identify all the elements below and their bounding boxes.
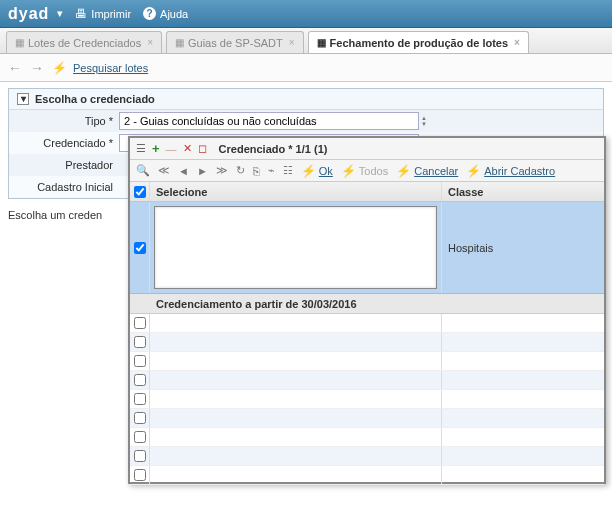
grid-row[interactable] <box>130 352 604 371</box>
help-icon: ? <box>143 7 156 20</box>
row-checkbox[interactable] <box>134 469 146 481</box>
stop-icon[interactable]: ◻ <box>198 142 207 155</box>
next-icon[interactable]: ► <box>197 165 208 177</box>
abrir-cadastro-action[interactable]: ⚡Abrir Cadastro <box>466 164 555 178</box>
bolt-icon: ⚡ <box>466 164 481 178</box>
credenciado-popup: ☰ + — ✕ ◻ Credenciado * 1/1 (1) 🔍 ≪ ◄ ► … <box>128 136 606 484</box>
tab-label: Guias de SP-SADT <box>188 37 283 49</box>
copy-icon[interactable]: ⎘ <box>253 165 260 177</box>
popup-title: Credenciado * 1/1 (1) <box>219 143 328 155</box>
selecione-editor[interactable] <box>154 206 437 289</box>
row-checkbox[interactable] <box>134 355 146 367</box>
tab-label: Lotes de Credenciados <box>28 37 141 49</box>
search-lotes-link[interactable]: Pesquisar lotes <box>73 62 148 74</box>
info-row: Credenciamento a partir de 30/03/2016 <box>130 294 604 314</box>
tab-icon: ▦ <box>317 37 326 48</box>
nav-back-icon[interactable]: ← <box>8 60 22 76</box>
label-tipo: Tipo * <box>9 115 119 127</box>
tab-lotes-credenciados[interactable]: ▦ Lotes de Credenciados × <box>6 31 162 53</box>
prev-icon[interactable]: ◄ <box>178 165 189 177</box>
row-checkbox[interactable] <box>134 393 146 405</box>
col-classe-header[interactable]: Classe <box>442 182 604 201</box>
row-checkbox[interactable] <box>134 374 146 386</box>
delete-icon[interactable]: ✕ <box>183 142 192 155</box>
grid-selected-row[interactable]: Hospitais <box>130 202 604 294</box>
bolt-icon: ⚡ <box>301 164 316 178</box>
panel-header: ▾ Escolha o credenciado <box>9 89 603 110</box>
list-icon[interactable]: ☰ <box>136 142 146 155</box>
grid-row[interactable] <box>130 371 604 390</box>
col-selecione-header[interactable]: Selecione <box>150 182 442 201</box>
tab-label: Fechamento de produção de lotes <box>330 37 508 49</box>
help-label: Ajuda <box>160 8 188 20</box>
label-credenciado: Credenciado * <box>9 137 119 149</box>
row-checkbox[interactable] <box>134 336 146 348</box>
nav-forward-icon[interactable]: → <box>30 60 44 76</box>
ok-label: Ok <box>319 165 333 177</box>
label-prestador: Prestador <box>9 159 119 171</box>
row-checkbox[interactable] <box>134 317 146 329</box>
row-checkbox[interactable] <box>134 431 146 443</box>
tab-strip: ▦ Lotes de Credenciados × ▦ Guias de SP-… <box>0 28 612 54</box>
bolt-icon: ⚡ <box>396 164 411 178</box>
panel-collapse-icon[interactable]: ▾ <box>17 93 29 105</box>
tree-icon[interactable]: ☷ <box>283 164 293 177</box>
app-logo: dyad <box>8 5 49 23</box>
logo-dropdown-icon[interactable]: ▾ <box>57 7 63 20</box>
row-checkbox[interactable] <box>134 412 146 424</box>
refresh-icon[interactable]: ↻ <box>236 164 245 177</box>
popup-toolbar-1: ☰ + — ✕ ◻ Credenciado * 1/1 (1) <box>130 138 604 160</box>
last-icon[interactable]: ≫ <box>216 164 228 177</box>
app-topbar: dyad ▾ 🖶 Imprimir ? Ajuda <box>0 0 612 28</box>
panel-title: Escolha o credenciado <box>35 93 155 105</box>
tipo-spinner[interactable]: ▲▼ <box>421 115 427 127</box>
label-cadastro-inicial: Cadastro Inicial <box>9 181 119 193</box>
print-button[interactable]: 🖶 Imprimir <box>75 7 131 21</box>
grid-row[interactable] <box>130 314 604 333</box>
key-icon[interactable]: ⌁ <box>268 164 275 177</box>
grid-row[interactable] <box>130 466 604 485</box>
print-icon: 🖶 <box>75 7 87 21</box>
print-label: Imprimir <box>91 8 131 20</box>
tab-icon: ▦ <box>175 37 184 48</box>
row-checkbox[interactable] <box>134 450 146 462</box>
popup-toolbar-2: 🔍 ≪ ◄ ► ≫ ↻ ⎘ ⌁ ☷ ⚡Ok ⚡Todos ⚡Cancelar ⚡… <box>130 160 604 182</box>
page-toolbar: ← → ⚡ Pesquisar lotes <box>0 54 612 82</box>
todos-action[interactable]: ⚡Todos <box>341 164 388 178</box>
cancelar-action[interactable]: ⚡Cancelar <box>396 164 458 178</box>
header-checkbox-cell <box>130 182 150 201</box>
abrir-label: Abrir Cadastro <box>484 165 555 177</box>
close-icon[interactable]: × <box>289 37 295 48</box>
tab-icon: ▦ <box>15 37 24 48</box>
help-button[interactable]: ? Ajuda <box>143 7 188 20</box>
header-checkbox[interactable] <box>134 186 146 198</box>
search-icon[interactable]: 🔍 <box>136 164 150 177</box>
grid-row[interactable] <box>130 409 604 428</box>
grid-body: Hospitais Credenciamento a partir de 30/… <box>130 202 604 486</box>
add-icon[interactable]: + <box>152 141 160 156</box>
ok-action[interactable]: ⚡Ok <box>301 164 333 178</box>
grid-row[interactable] <box>130 390 604 409</box>
row-checkbox[interactable] <box>134 242 146 254</box>
content-area: ▾ Escolha o credenciado Tipo * ▲▼ Creden… <box>0 82 612 506</box>
classe-cell: Hospitais <box>442 202 604 293</box>
bolt-icon: ⚡ <box>341 164 356 178</box>
tab-guias-sp-sadt[interactable]: ▦ Guias de SP-SADT × <box>166 31 304 53</box>
grid-row[interactable] <box>130 333 604 352</box>
tab-fechamento-producao[interactable]: ▦ Fechamento de produção de lotes × <box>308 31 529 53</box>
cancelar-label: Cancelar <box>414 165 458 177</box>
bolt-icon: ⚡ <box>52 61 67 75</box>
grid-row[interactable] <box>130 447 604 466</box>
grid-row[interactable] <box>130 428 604 447</box>
todos-label: Todos <box>359 165 388 177</box>
close-icon[interactable]: × <box>514 37 520 48</box>
first-icon[interactable]: ≪ <box>158 164 170 177</box>
close-icon[interactable]: × <box>147 37 153 48</box>
grid-header: Selecione Classe <box>130 182 604 202</box>
tipo-field[interactable] <box>119 112 419 130</box>
remove-icon[interactable]: — <box>166 143 177 155</box>
